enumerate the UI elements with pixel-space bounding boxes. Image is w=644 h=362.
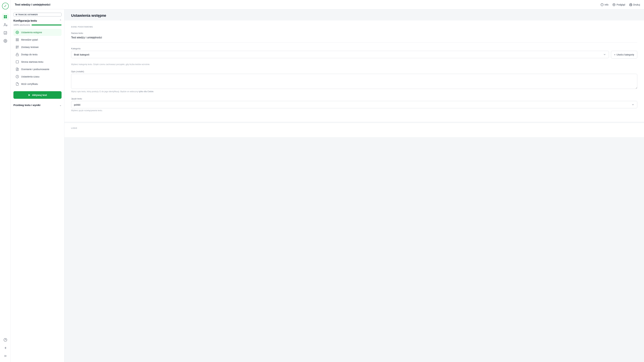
category-chevron-icon: [603, 53, 606, 56]
svg-rect-1: [6, 15, 7, 16]
access-icon: [16, 53, 19, 56]
svg-point-14: [614, 4, 614, 5]
content-area: W TRAKCIE USTAWIEŃ Konfiguracja testu ⌃ …: [11, 10, 644, 362]
create-category-icon: +: [614, 53, 616, 56]
config-section-header: Konfiguracja testu ⌃: [14, 19, 62, 22]
svg-point-13: [613, 3, 615, 6]
category-row: Brak kategorii + Utwórz kategorię: [71, 51, 637, 58]
sidebar-item-ustawienia-wstepne[interactable]: Ustawienia wstępne: [14, 29, 62, 36]
nav-analytics-icon[interactable]: [2, 30, 9, 36]
svg-rect-20: [18, 40, 18, 41]
question-manager-icon: [16, 38, 19, 42]
svg-marker-31: [29, 94, 30, 96]
header-title: Test wiedzy i umiejętności: [15, 3, 600, 6]
nav-back-icon[interactable]: [2, 344, 9, 351]
info-button[interactable]: Info: [600, 3, 608, 6]
results-chevron-icon[interactable]: ⌄: [59, 104, 62, 107]
time-settings-icon: [16, 75, 19, 78]
print-button[interactable]: Drukuj: [629, 3, 640, 6]
category-field-group: Kategoria Brak kategorii +: [71, 47, 637, 66]
category-select[interactable]: Brak kategorii: [71, 51, 609, 58]
svg-rect-27: [16, 61, 18, 63]
config-chevron-icon[interactable]: ⌃: [59, 19, 62, 22]
sidebar-item-menedzer-pytan[interactable]: Menedżer pytań: [14, 36, 62, 43]
svg-rect-21: [16, 46, 17, 47]
preview-button[interactable]: Podgląd: [612, 3, 625, 6]
language-select[interactable]: polski: [71, 101, 637, 108]
sidebar-item-ustawienia-czasu[interactable]: Ustawienia czasu: [14, 73, 62, 80]
sidebar: W TRAKCIE USTAWIEŃ Konfiguracja testu ⌃ …: [11, 10, 64, 362]
print-icon: [629, 3, 632, 6]
nav-help-icon[interactable]: [2, 336, 9, 343]
svg-rect-3: [6, 17, 7, 18]
svg-rect-22: [18, 46, 18, 47]
sidebar-item-label: Zestawy testowe: [21, 46, 38, 48]
notes-field-group: Opis (notatki) Wpisz opis testu, który p…: [71, 70, 637, 93]
logo[interactable]: ✓: [2, 3, 9, 10]
create-category-label: Utwórz kategorię: [616, 53, 634, 56]
sidebar-item-label: Ustawienia czasu: [21, 75, 40, 78]
notes-hint-prefix: Wpisz opis testu, który posłuży Ci do je…: [71, 90, 139, 93]
svg-point-6: [5, 40, 6, 42]
language-hint: Wybierz język rozwiązywania testu.: [71, 109, 637, 112]
svg-rect-2: [4, 17, 5, 18]
nav-dashboard-icon[interactable]: [2, 14, 9, 20]
preview-label: Podgląd: [616, 3, 625, 6]
sidebar-item-label: Ustawienia wstępne: [21, 31, 42, 34]
name-value: Test wiedzy i umiejętności: [71, 36, 637, 40]
header-actions: Info Podgląd Drukuj: [600, 3, 640, 6]
page-title-bar: Ustawienia wstępne: [64, 10, 644, 20]
notes-textarea[interactable]: [71, 74, 637, 89]
sidebar-item-ocenianie[interactable]: Ocenianie i podsumowanie: [14, 66, 62, 73]
sidebar-item-strona-startowa[interactable]: Strona startowa testu: [14, 58, 62, 66]
page-title: Ustawienia wstępne: [71, 14, 637, 18]
activate-label: Aktywuj test: [32, 94, 47, 96]
logo-section-label: LOGO: [71, 127, 637, 129]
svg-rect-0: [4, 15, 5, 16]
main-content: Ustawienia wstępne DANE PODSTAWOWE Nazwa…: [64, 10, 644, 362]
nav-users-icon[interactable]: [2, 22, 9, 28]
sidebar-item-dostep-do-testu[interactable]: Dostęp do testu: [14, 51, 62, 58]
category-label: Kategoria: [71, 47, 637, 50]
sidebar-item-wzor-certyfikatu[interactable]: Wzór certyfikatu: [14, 80, 62, 88]
svg-rect-15: [630, 5, 632, 6]
svg-rect-19: [16, 40, 17, 41]
certificate-icon: [16, 82, 19, 86]
language-value: polski: [74, 103, 80, 106]
preview-icon: [612, 3, 616, 6]
progress-label: 100% ukończono: [14, 24, 30, 26]
play-icon: [28, 94, 31, 96]
logo-section: LOGO: [64, 123, 644, 137]
language-chevron-icon: [632, 103, 634, 106]
name-label: Nazwa testu: [71, 32, 637, 34]
language-field-group: Język testu polski Wybierz język rozwiąz…: [71, 98, 637, 112]
logo-icon: ✓: [2, 3, 9, 10]
category-hint: Wybierz kategorię testu. Dzięki czemu za…: [71, 63, 637, 66]
nav-bottom: [2, 336, 9, 359]
nav-settings-icon[interactable]: [2, 38, 9, 44]
sidebar-item-label: Menedżer pytań: [21, 38, 38, 41]
language-label: Język testu: [71, 98, 637, 100]
progress-track: [32, 24, 62, 26]
activate-test-button[interactable]: Aktywuj test: [14, 91, 62, 99]
nav-collapse-icon[interactable]: [2, 352, 9, 359]
progress-row: 100% ukończono: [14, 24, 62, 26]
results-section-header: Przebieg testu i wyniki ⌄: [14, 102, 62, 108]
results-title: Przebieg testu i wyniki: [14, 104, 40, 106]
settings-icon: [16, 30, 19, 34]
notes-hint-bold: tylko dla Ciebie: [139, 90, 154, 93]
notes-label: Opis (notatki): [71, 70, 637, 73]
create-category-button[interactable]: + Utwórz kategorię: [611, 51, 637, 58]
config-title: Konfiguracja testu: [14, 19, 37, 22]
notes-hint-suffix: .: [154, 90, 154, 93]
name-field-group: Nazwa testu Test wiedzy i umiejętności: [71, 32, 637, 42]
sidebar-item-label: Dostęp do testu: [21, 53, 38, 56]
form-card: DANE PODSTAWOWE Nazwa testu Test wiedzy …: [64, 20, 644, 122]
test-sets-icon: [16, 45, 19, 49]
status-badge: W TRAKCIE USTAWIEŃ: [14, 13, 62, 16]
nav-rail: ✓: [0, 0, 11, 362]
category-value: Brak kategorii: [74, 53, 90, 56]
sidebar-item-zestawy-testowe[interactable]: Zestawy testowe: [14, 44, 62, 51]
print-label: Drukuj: [633, 3, 640, 6]
scoring-icon: [16, 68, 19, 71]
